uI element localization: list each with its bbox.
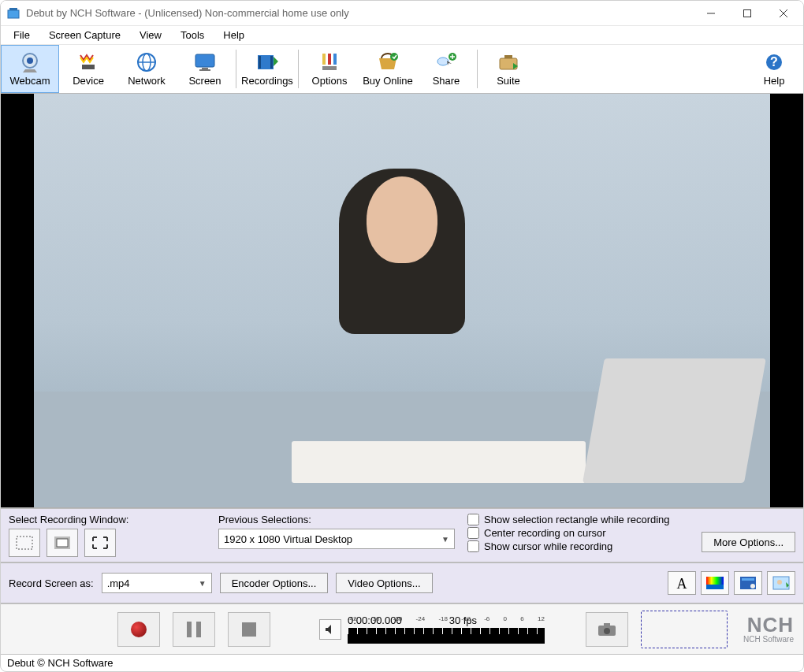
share-label: Share	[433, 75, 460, 87]
svg-text:?: ?	[770, 55, 778, 69]
stop-button[interactable]	[228, 612, 270, 647]
recordings-icon	[256, 51, 278, 73]
color-adjust-button[interactable]	[701, 571, 729, 595]
screen-icon	[194, 51, 216, 73]
select-window-button[interactable]	[47, 529, 78, 557]
previous-selections-dropdown[interactable]: 1920 x 1080 Virtual Desktop ▼	[218, 529, 455, 549]
check-label-2: Show cursor while recording	[484, 540, 612, 552]
previous-selections-label: Previous Selections:	[218, 514, 455, 525]
svg-rect-20	[333, 54, 337, 65]
minimize-button[interactable]	[693, 2, 729, 25]
webcam-button[interactable]: Webcam	[1, 45, 59, 93]
select-rectangle-button[interactable]	[9, 529, 40, 557]
preview-content	[34, 94, 769, 507]
webcam-icon	[19, 51, 41, 73]
svg-rect-26	[504, 55, 512, 58]
text-overlay-button[interactable]: A	[668, 571, 696, 595]
chevron-down-icon: ▼	[199, 579, 207, 588]
close-button[interactable]	[765, 2, 802, 25]
recording-window-panel: Select Recording Window: Previous Select…	[1, 508, 803, 562]
snapshot-button[interactable]	[586, 612, 628, 647]
share-icon	[435, 51, 457, 73]
check-label-1: Center recording on cursor	[484, 527, 606, 539]
checkbox-2[interactable]	[467, 540, 479, 552]
menu-view[interactable]: View	[130, 27, 171, 43]
transport-bar: 0:00:00.000 30 fps -42-36-30-24-18-12-60…	[1, 603, 803, 654]
help-icon: ?	[763, 51, 785, 73]
audio-meter	[348, 628, 545, 644]
maximize-button[interactable]	[729, 2, 765, 25]
checkbox-0[interactable]	[467, 514, 479, 525]
network-icon	[136, 51, 158, 73]
webcam-label: Webcam	[9, 75, 50, 87]
options-button[interactable]: Options	[300, 45, 359, 93]
menu-screen-capture[interactable]: Screen Capture	[39, 27, 130, 43]
suite-icon	[497, 51, 519, 73]
titlebar: Debut by NCH Software - (Unlicensed) Non…	[1, 1, 803, 26]
suite-button[interactable]: Suite	[479, 45, 538, 93]
format-value: .mp4	[107, 577, 130, 589]
buy-online-button[interactable]: Buy Online	[359, 45, 417, 93]
svg-rect-16	[259, 56, 261, 69]
svg-point-7	[27, 58, 33, 64]
menu-file[interactable]: File	[4, 27, 39, 43]
svg-rect-29	[17, 536, 32, 549]
check-1[interactable]: Center recording on cursor	[467, 527, 690, 539]
video-options-button[interactable]: Video Options...	[336, 573, 432, 593]
watermark-button[interactable]	[767, 571, 795, 595]
svg-rect-14	[199, 69, 210, 71]
menu-tools[interactable]: Tools	[171, 27, 214, 43]
device-label: Device	[73, 75, 104, 87]
recordings-label: Recordings	[241, 75, 293, 87]
svg-rect-31	[57, 539, 68, 547]
encoder-options-button[interactable]: Encoder Options...	[220, 573, 329, 593]
svg-text:A: A	[677, 576, 687, 590]
app-icon	[7, 7, 20, 20]
svg-rect-0	[8, 10, 19, 18]
menubar: FileScreen CaptureViewToolsHelp	[1, 26, 803, 45]
svg-point-42	[604, 628, 610, 634]
svg-rect-17	[270, 56, 273, 69]
select-window-label: Select Recording Window:	[9, 514, 206, 525]
status-text: Debut © NCH Software	[7, 657, 114, 669]
menu-help[interactable]: Help	[214, 27, 254, 43]
previous-selection-value: 1920 x 1080 Virtual Desktop	[224, 533, 352, 545]
window-controls	[693, 2, 802, 25]
svg-point-23	[437, 58, 449, 65]
screen-button[interactable]: Screen	[176, 45, 234, 93]
help-button[interactable]: ? Help	[745, 45, 803, 93]
stop-icon	[242, 622, 256, 637]
video-effects-button[interactable]	[734, 571, 762, 595]
record-as-label: Record Screen as:	[9, 577, 94, 589]
svg-point-22	[390, 53, 398, 61]
svg-rect-18	[322, 54, 326, 65]
svg-rect-33	[706, 577, 724, 585]
recordings-button[interactable]: Recordings	[238, 45, 296, 93]
format-dropdown[interactable]: .mp4 ▼	[102, 573, 212, 593]
fullscreen-button[interactable]	[84, 529, 116, 557]
network-label: Network	[128, 75, 166, 87]
share-button[interactable]: Share	[417, 45, 475, 93]
buy-icon	[377, 51, 399, 73]
network-button[interactable]: Network	[117, 45, 176, 93]
record-icon	[131, 622, 147, 637]
device-button[interactable]: Device	[59, 45, 117, 93]
screen-label: Screen	[188, 75, 221, 87]
check-0[interactable]: Show selection rectangle while recording	[467, 514, 690, 525]
options-label: Options	[312, 75, 348, 87]
statusbar: Debut © NCH Software	[1, 654, 803, 671]
more-options-button[interactable]: More Options...	[702, 532, 795, 552]
record-button[interactable]	[117, 612, 160, 647]
check-label-0: Show selection rectangle while recording	[484, 514, 670, 525]
checkbox-1[interactable]	[467, 527, 479, 539]
pause-button[interactable]	[173, 612, 215, 647]
svg-point-39	[777, 580, 782, 585]
buy-online-label: Buy Online	[363, 75, 413, 87]
preview-thumbnail	[641, 611, 728, 648]
audio-mute-button[interactable]	[319, 619, 341, 640]
chevron-down-icon: ▼	[441, 535, 449, 544]
pause-icon	[187, 622, 201, 637]
svg-rect-21	[322, 66, 337, 70]
check-2[interactable]: Show cursor while recording	[467, 540, 690, 552]
record-format-panel: Record Screen as: .mp4 ▼ Encoder Options…	[1, 562, 803, 603]
